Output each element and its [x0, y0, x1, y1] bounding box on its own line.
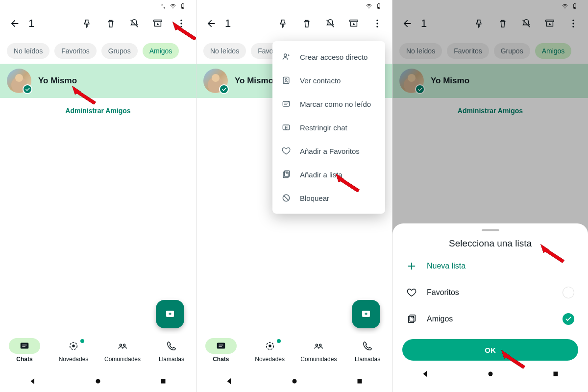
chip-groups[interactable]: Grupos	[101, 43, 138, 59]
heart-icon	[406, 287, 417, 298]
nav-updates[interactable]: Novedades	[245, 338, 294, 370]
menu-view-contact[interactable]: Ver contacto	[272, 69, 385, 92]
archive-icon[interactable]	[147, 13, 169, 34]
mute-icon[interactable]	[515, 13, 537, 34]
menu-shortcut[interactable]: Crear acceso directo	[272, 45, 385, 69]
pin-icon[interactable]	[76, 13, 98, 34]
more-icon[interactable]	[367, 13, 388, 34]
delete-icon[interactable]	[100, 13, 122, 34]
menu-mark-unread[interactable]: Marcar como no leído	[272, 92, 385, 116]
nav-home-icon[interactable]	[290, 377, 299, 386]
delete-icon[interactable]	[296, 13, 318, 34]
checkmark-icon	[23, 84, 32, 94]
status-bar	[0, 0, 196, 11]
back-button[interactable]	[396, 13, 418, 34]
update-dot	[80, 339, 84, 343]
filter-chips: No leídos Favoritos Grupos Amigos	[0, 36, 196, 64]
nav-recent-icon[interactable]	[551, 369, 560, 378]
archive-icon[interactable]	[539, 13, 561, 34]
selection-appbar: 1	[0, 11, 196, 36]
check-off	[563, 287, 574, 298]
nav-back-icon[interactable]	[225, 377, 234, 386]
status-bar	[392, 0, 588, 11]
new-chat-fab[interactable]	[156, 300, 184, 328]
panel-step-1: 1 No leídos Favoritos Grupos Amigos Yo M…	[0, 0, 196, 392]
list-option-favoritos[interactable]: Favoritos	[392, 279, 588, 306]
chip-amigos[interactable]: Amigos	[143, 43, 179, 59]
new-list[interactable]: Nueva lista	[392, 253, 588, 279]
battery-icon	[179, 3, 186, 10]
drag-handle[interactable]	[482, 229, 499, 231]
system-nav	[0, 370, 196, 392]
chip-favorites[interactable]: Favoritos	[54, 43, 97, 59]
chat-name: Yo Mismo	[38, 76, 77, 86]
checkmark-icon	[415, 84, 425, 94]
checkmark-icon	[219, 84, 229, 94]
nav-calls[interactable]: Llamadas	[147, 338, 196, 370]
check-on	[563, 313, 574, 325]
list-icon	[406, 314, 417, 324]
chip-unread[interactable]: No leídos	[7, 43, 49, 59]
panel-step-3: 1 No leídos Favoritos Grupos Amigos Yo M…	[392, 0, 588, 392]
menu-restrict[interactable]: Restringir chat	[272, 116, 385, 139]
back-button[interactable]	[200, 13, 222, 34]
bottom-nav: Chats Novedades Comunidades Llamadas	[0, 334, 196, 370]
chip-groups[interactable]: Grupos	[494, 43, 530, 59]
manage-link[interactable]: Administrar Amigos	[392, 98, 588, 123]
menu-block[interactable]: Bloquear	[272, 186, 385, 210]
chip-unread[interactable]: No leídos	[203, 43, 246, 59]
nav-back-icon[interactable]	[421, 369, 430, 378]
nav-calls[interactable]: Llamadas	[343, 338, 392, 370]
nav-home-icon[interactable]	[486, 369, 495, 378]
chat-row-selected[interactable]: Yo Mismo	[0, 64, 196, 98]
menu-add-favorites[interactable]: Añadir a Favoritos	[272, 139, 385, 163]
wifi-icon	[170, 3, 176, 10]
chat-row-selected[interactable]: Yo Mismo	[392, 64, 588, 98]
archive-icon[interactable]	[343, 13, 365, 34]
nav-chats[interactable]: Chats	[196, 338, 245, 370]
nav-communities[interactable]: Comunidades	[294, 338, 343, 370]
selection-count: 1	[421, 17, 464, 30]
menu-add-to-list[interactable]: Añadir a lista	[272, 163, 385, 186]
ok-button[interactable]: OK	[402, 339, 578, 361]
chip-unread[interactable]: No leídos	[399, 43, 442, 59]
swap-icon	[160, 3, 167, 10]
more-icon[interactable]	[563, 13, 584, 34]
pin-icon[interactable]	[272, 13, 294, 34]
list-picker-sheet: Selecciona una lista Nueva lista Favorit…	[392, 223, 588, 392]
nav-recent-icon[interactable]	[355, 377, 364, 386]
mute-icon[interactable]	[319, 13, 341, 34]
mute-icon[interactable]	[123, 13, 145, 34]
pin-icon[interactable]	[468, 13, 490, 34]
list-option-amigos[interactable]: Amigos	[392, 306, 588, 332]
nav-communities[interactable]: Comunidades	[98, 338, 147, 370]
new-chat-fab[interactable]	[352, 300, 380, 328]
manage-link[interactable]: Administrar Amigos	[0, 98, 196, 123]
nav-chats[interactable]: Chats	[0, 338, 49, 370]
nav-home-icon[interactable]	[94, 377, 102, 386]
chip-favorites[interactable]: Favoritos	[447, 43, 489, 59]
sheet-title: Selecciona una lista	[392, 238, 588, 249]
nav-recent-icon[interactable]	[159, 377, 168, 386]
nav-updates[interactable]: Novedades	[49, 338, 98, 370]
panel-step-2: 1 No leídos Favoritos Yo Mismo Ch	[196, 0, 392, 392]
back-button[interactable]	[4, 13, 25, 34]
chat-name: Yo Mismo	[235, 76, 273, 86]
context-menu: Crear acceso directo Ver contacto Marcar…	[272, 41, 385, 214]
status-bar	[196, 0, 392, 11]
nav-back-icon[interactable]	[28, 377, 37, 386]
selection-count: 1	[28, 17, 72, 30]
more-icon[interactable]	[171, 13, 192, 34]
selection-count: 1	[225, 17, 268, 30]
chip-amigos[interactable]: Amigos	[535, 43, 572, 59]
delete-icon[interactable]	[492, 13, 514, 34]
chat-name: Yo Mismo	[431, 76, 469, 86]
plus-icon	[406, 261, 417, 271]
